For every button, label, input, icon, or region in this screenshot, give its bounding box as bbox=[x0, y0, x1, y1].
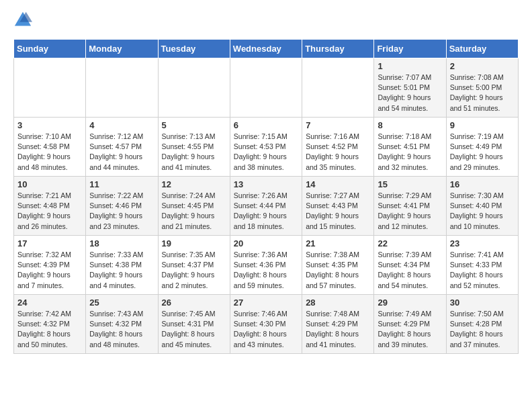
day-number: 27 bbox=[234, 298, 298, 308]
day-number: 10 bbox=[17, 179, 82, 189]
col-header-thursday: Thursday bbox=[302, 40, 374, 58]
col-header-friday: Friday bbox=[374, 40, 446, 58]
col-header-wednesday: Wednesday bbox=[230, 40, 302, 58]
day-number: 2 bbox=[450, 61, 515, 71]
day-cell: 28Sunrise: 7:48 AM Sunset: 4:29 PM Dayli… bbox=[302, 295, 374, 354]
day-info: Sunrise: 7:24 AM Sunset: 4:45 PM Dayligh… bbox=[162, 191, 226, 232]
day-cell: 5Sunrise: 7:13 AM Sunset: 4:55 PM Daylig… bbox=[158, 118, 230, 177]
day-cell bbox=[302, 58, 374, 118]
day-number: 14 bbox=[306, 179, 370, 189]
col-header-monday: Monday bbox=[86, 40, 158, 58]
week-row-1: 1Sunrise: 7:07 AM Sunset: 5:01 PM Daylig… bbox=[14, 58, 519, 118]
day-info: Sunrise: 7:19 AM Sunset: 4:49 PM Dayligh… bbox=[450, 132, 515, 173]
day-cell: 1Sunrise: 7:07 AM Sunset: 5:01 PM Daylig… bbox=[374, 58, 446, 118]
day-number: 17 bbox=[17, 238, 82, 248]
day-number: 5 bbox=[162, 120, 226, 130]
day-info: Sunrise: 7:21 AM Sunset: 4:48 PM Dayligh… bbox=[17, 191, 82, 232]
day-info: Sunrise: 7:36 AM Sunset: 4:36 PM Dayligh… bbox=[234, 250, 298, 291]
day-cell: 26Sunrise: 7:45 AM Sunset: 4:31 PM Dayli… bbox=[158, 295, 230, 354]
day-cell: 29Sunrise: 7:49 AM Sunset: 4:29 PM Dayli… bbox=[374, 295, 446, 354]
day-number: 16 bbox=[450, 179, 515, 189]
day-number: 3 bbox=[17, 120, 82, 130]
day-number: 29 bbox=[378, 298, 442, 308]
day-cell bbox=[86, 58, 158, 118]
day-cell: 24Sunrise: 7:42 AM Sunset: 4:32 PM Dayli… bbox=[14, 295, 86, 354]
col-header-tuesday: Tuesday bbox=[158, 40, 230, 58]
day-cell: 23Sunrise: 7:41 AM Sunset: 4:33 PM Dayli… bbox=[446, 236, 518, 295]
day-cell: 2Sunrise: 7:08 AM Sunset: 5:00 PM Daylig… bbox=[446, 58, 518, 118]
day-info: Sunrise: 7:08 AM Sunset: 5:00 PM Dayligh… bbox=[450, 73, 515, 113]
day-info: Sunrise: 7:27 AM Sunset: 4:43 PM Dayligh… bbox=[306, 191, 370, 232]
day-info: Sunrise: 7:16 AM Sunset: 4:52 PM Dayligh… bbox=[306, 132, 370, 173]
day-number: 7 bbox=[306, 120, 370, 130]
day-info: Sunrise: 7:26 AM Sunset: 4:44 PM Dayligh… bbox=[234, 191, 298, 232]
day-cell: 17Sunrise: 7:32 AM Sunset: 4:39 PM Dayli… bbox=[14, 236, 86, 295]
day-number: 13 bbox=[234, 179, 298, 189]
header-row: SundayMondayTuesdayWednesdayThursdayFrid… bbox=[14, 40, 519, 58]
col-header-sunday: Sunday bbox=[14, 40, 86, 58]
day-number: 20 bbox=[234, 238, 298, 248]
day-cell: 8Sunrise: 7:18 AM Sunset: 4:51 PM Daylig… bbox=[374, 118, 446, 177]
day-number: 11 bbox=[89, 179, 154, 189]
day-info: Sunrise: 7:42 AM Sunset: 4:32 PM Dayligh… bbox=[17, 309, 82, 350]
day-number: 21 bbox=[306, 238, 370, 248]
day-info: Sunrise: 7:41 AM Sunset: 4:33 PM Dayligh… bbox=[450, 250, 515, 291]
week-row-2: 3Sunrise: 7:10 AM Sunset: 4:58 PM Daylig… bbox=[14, 118, 519, 177]
day-cell: 18Sunrise: 7:33 AM Sunset: 4:38 PM Dayli… bbox=[86, 236, 158, 295]
day-cell: 9Sunrise: 7:19 AM Sunset: 4:49 PM Daylig… bbox=[446, 118, 518, 177]
day-cell bbox=[158, 58, 230, 118]
day-info: Sunrise: 7:50 AM Sunset: 4:28 PM Dayligh… bbox=[450, 309, 515, 350]
day-number: 8 bbox=[378, 120, 442, 130]
day-cell: 13Sunrise: 7:26 AM Sunset: 4:44 PM Dayli… bbox=[230, 177, 302, 236]
day-info: Sunrise: 7:46 AM Sunset: 4:30 PM Dayligh… bbox=[234, 309, 298, 350]
day-number: 24 bbox=[17, 298, 82, 308]
day-info: Sunrise: 7:13 AM Sunset: 4:55 PM Dayligh… bbox=[162, 132, 226, 173]
day-cell: 25Sunrise: 7:43 AM Sunset: 4:32 PM Dayli… bbox=[86, 295, 158, 354]
day-info: Sunrise: 7:12 AM Sunset: 4:57 PM Dayligh… bbox=[89, 132, 154, 173]
day-info: Sunrise: 7:30 AM Sunset: 4:40 PM Dayligh… bbox=[450, 191, 515, 232]
day-number: 30 bbox=[450, 298, 515, 308]
day-cell: 11Sunrise: 7:22 AM Sunset: 4:46 PM Dayli… bbox=[86, 177, 158, 236]
day-cell: 22Sunrise: 7:39 AM Sunset: 4:34 PM Dayli… bbox=[374, 236, 446, 295]
day-info: Sunrise: 7:10 AM Sunset: 4:58 PM Dayligh… bbox=[17, 132, 82, 173]
day-cell: 6Sunrise: 7:15 AM Sunset: 4:53 PM Daylig… bbox=[230, 118, 302, 177]
day-cell: 21Sunrise: 7:38 AM Sunset: 4:35 PM Dayli… bbox=[302, 236, 374, 295]
day-info: Sunrise: 7:07 AM Sunset: 5:01 PM Dayligh… bbox=[378, 73, 442, 113]
logo bbox=[13, 11, 35, 30]
day-number: 4 bbox=[89, 120, 154, 130]
day-cell: 27Sunrise: 7:46 AM Sunset: 4:30 PM Dayli… bbox=[230, 295, 302, 354]
day-number: 25 bbox=[89, 298, 154, 308]
day-info: Sunrise: 7:18 AM Sunset: 4:51 PM Dayligh… bbox=[378, 132, 442, 173]
day-info: Sunrise: 7:43 AM Sunset: 4:32 PM Dayligh… bbox=[89, 309, 154, 350]
day-info: Sunrise: 7:38 AM Sunset: 4:35 PM Dayligh… bbox=[306, 250, 370, 291]
day-info: Sunrise: 7:35 AM Sunset: 4:37 PM Dayligh… bbox=[162, 250, 226, 291]
day-info: Sunrise: 7:48 AM Sunset: 4:29 PM Dayligh… bbox=[306, 309, 370, 350]
day-info: Sunrise: 7:15 AM Sunset: 4:53 PM Dayligh… bbox=[234, 132, 298, 173]
day-number: 12 bbox=[162, 179, 226, 189]
logo-icon bbox=[13, 11, 32, 30]
week-row-3: 10Sunrise: 7:21 AM Sunset: 4:48 PM Dayli… bbox=[14, 177, 519, 236]
calendar-table: SundayMondayTuesdayWednesdayThursdayFrid… bbox=[13, 39, 519, 354]
day-number: 23 bbox=[450, 238, 515, 248]
day-number: 6 bbox=[234, 120, 298, 130]
day-info: Sunrise: 7:33 AM Sunset: 4:38 PM Dayligh… bbox=[89, 250, 154, 291]
day-info: Sunrise: 7:49 AM Sunset: 4:29 PM Dayligh… bbox=[378, 309, 442, 350]
day-number: 22 bbox=[378, 238, 442, 248]
day-info: Sunrise: 7:39 AM Sunset: 4:34 PM Dayligh… bbox=[378, 250, 442, 291]
col-header-saturday: Saturday bbox=[446, 40, 518, 58]
day-cell: 4Sunrise: 7:12 AM Sunset: 4:57 PM Daylig… bbox=[86, 118, 158, 177]
day-cell: 12Sunrise: 7:24 AM Sunset: 4:45 PM Dayli… bbox=[158, 177, 230, 236]
day-cell: 10Sunrise: 7:21 AM Sunset: 4:48 PM Dayli… bbox=[14, 177, 86, 236]
day-info: Sunrise: 7:29 AM Sunset: 4:41 PM Dayligh… bbox=[378, 191, 442, 232]
day-info: Sunrise: 7:22 AM Sunset: 4:46 PM Dayligh… bbox=[89, 191, 154, 232]
day-number: 28 bbox=[306, 298, 370, 308]
page: SundayMondayTuesdayWednesdayThursdayFrid… bbox=[0, 0, 532, 365]
day-number: 26 bbox=[162, 298, 226, 308]
day-cell: 7Sunrise: 7:16 AM Sunset: 4:52 PM Daylig… bbox=[302, 118, 374, 177]
day-info: Sunrise: 7:32 AM Sunset: 4:39 PM Dayligh… bbox=[17, 250, 82, 291]
day-cell: 30Sunrise: 7:50 AM Sunset: 4:28 PM Dayli… bbox=[446, 295, 518, 354]
day-number: 15 bbox=[378, 179, 442, 189]
day-number: 19 bbox=[162, 238, 226, 248]
day-cell: 14Sunrise: 7:27 AM Sunset: 4:43 PM Dayli… bbox=[302, 177, 374, 236]
day-cell: 19Sunrise: 7:35 AM Sunset: 4:37 PM Dayli… bbox=[158, 236, 230, 295]
